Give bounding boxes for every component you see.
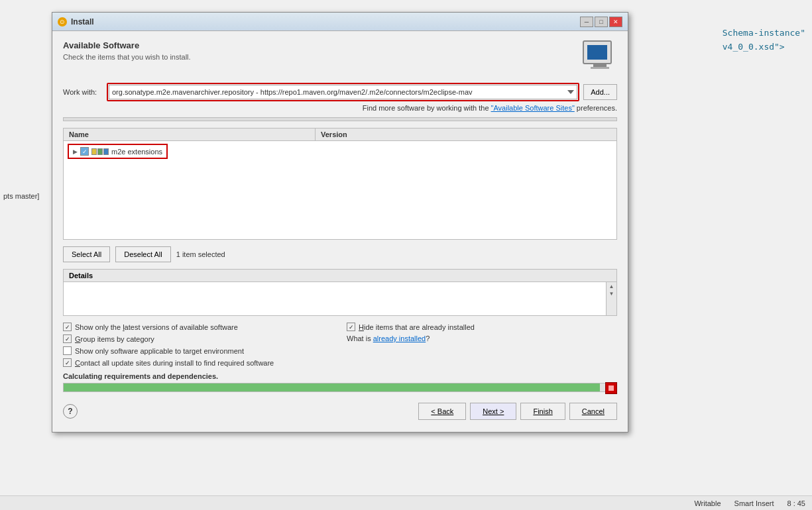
close-button[interactable]: ✕ [609,17,622,27]
option-target-env: Show only software applicable to target … [63,346,333,355]
ide-status-bar: Writable Smart Insert 8 : 45 [0,495,812,510]
option-cb-target-env[interactable] [63,346,72,355]
progress-stop-button[interactable] [605,382,617,394]
details-scrollbar[interactable]: ▲ ▼ [606,282,616,315]
work-with-dropdown[interactable]: org.sonatype.m2e.mavenarchiver.repositor… [109,85,577,99]
item-checkbox[interactable]: ✓ [80,147,89,156]
ide-left-label: pts master] [3,192,39,200]
cancel-button[interactable]: Cancel [569,403,617,420]
ide-right-code: Schema-instance" v4_0_0.xsd"> [723,26,805,54]
stop-icon [609,385,614,391]
status-writable: Writable [694,499,721,507]
details-content [64,282,606,315]
work-with-label: Work with: [63,88,103,96]
cancel-label: Cancel [582,407,605,415]
back-button[interactable]: < Back [418,403,466,420]
maximize-button[interactable]: □ [595,17,608,27]
title-bar-left: ⊙ Install [58,17,94,26]
monitor-stand [591,67,609,69]
table-body: ▶ ✓ m2e extensions [63,140,617,240]
work-with-dropdown-container: org.sonatype.m2e.mavenarchiver.repositor… [107,83,579,101]
status-text: Calculating requirements and dependencie… [63,372,617,380]
install-dialog: ⊙ Install ─ □ ✕ Available Software Check… [52,12,628,433]
find-more-link: Find more software by working with the "… [63,104,617,112]
dialog-header: Available Software Check the items that … [63,40,617,75]
next-button[interactable]: Next > [470,403,516,420]
minimize-button[interactable]: ─ [580,17,593,27]
dialog-footer: ? < Back Next > Finish Cancel [63,397,617,423]
options-col-left: Show only the latest versions of availab… [63,323,333,367]
progress-bar-container [63,383,617,392]
option-what-installed: What is already installed? [347,334,617,342]
option-hide-installed-label: Hide items that are already installed [359,323,475,331]
monitor-screen [587,45,607,60]
option-cb-hide-installed[interactable] [347,323,355,331]
selection-count: 1 item selected [176,250,225,258]
col-version-header: Version [316,128,616,140]
option-group-category-label: Group items by category [75,335,154,343]
available-software-title: Available Software [63,40,191,50]
title-bar-controls: ─ □ ✕ [580,17,622,27]
status-position: 8 : 45 [787,499,805,507]
option-cb-show-latest[interactable] [63,323,72,331]
options-col-right: Hide items that are already installed Wh… [347,323,617,367]
item-icon [91,148,109,155]
available-software-sites-link[interactable]: "Available Software Sites" [491,104,575,112]
details-section: Details ▲ ▼ [63,269,617,316]
expand-arrow[interactable]: ▶ [73,148,78,155]
option-contact-sites: Contact all update sites during install … [63,358,333,367]
icon-square-1 [91,148,97,155]
footer-buttons: < Back Next > Finish Cancel [418,403,617,420]
finish-button[interactable]: Finish [520,403,565,420]
status-smart-insert: Smart Insert [734,499,774,507]
details-body: ▲ ▼ [64,282,616,315]
item-label: m2e extensions [111,148,162,156]
option-group-category: Group items by category [63,334,333,343]
column-headers: Name Version [63,128,617,140]
option-target-env-label: Show only software applicable to target … [75,347,244,355]
status-section: Calculating requirements and dependencie… [63,372,617,392]
option-hide-installed: Hide items that are already installed [347,323,617,331]
option-what-installed-text: What is already installed? [347,334,430,342]
dialog-content: Available Software Check the items that … [52,31,628,432]
work-with-row: Work with: org.sonatype.m2e.mavenarchive… [63,83,617,101]
top-progress-bar [63,117,617,121]
select-row: Select All Deselect All 1 item selected [63,246,617,262]
dialog-header-left: Available Software Check the items that … [63,40,191,61]
scroll-down-arrow[interactable]: ▼ [609,291,614,297]
icon-square-3 [103,148,109,155]
back-label: < Back [431,407,453,415]
dialog-icon: ⊙ [58,17,67,26]
dialog-title: Install [71,17,94,26]
option-show-latest-label: Show only the latest versions of availab… [75,323,238,331]
table-row: ▶ ✓ m2e extensions [68,144,168,159]
option-cb-contact-sites[interactable] [63,358,72,367]
select-all-button[interactable]: Select All [63,246,110,262]
option-show-latest: Show only the latest versions of availab… [63,323,333,331]
available-software-subtitle: Check the items that you wish to install… [63,53,191,61]
option-contact-sites-label: Contact all update sites during install … [75,359,274,367]
icon-square-2 [97,148,103,155]
title-bar: ⊙ Install ─ □ ✕ [52,13,628,31]
details-header: Details [64,270,616,282]
options-section: Show only the latest versions of availab… [63,323,617,367]
monitor-icon [583,40,612,64]
col-name-header: Name [64,128,316,140]
finish-label: Finish [533,407,552,415]
scroll-up-arrow[interactable]: ▲ [609,283,614,289]
next-label: Next > [483,407,504,415]
eclipse-icon [583,40,617,75]
add-button[interactable]: Add... [583,84,617,100]
already-installed-link[interactable]: already installed [373,334,426,342]
progress-bar-fill [64,383,600,391]
option-cb-group-category[interactable] [63,334,72,343]
help-button[interactable]: ? [63,404,78,419]
deselect-all-button[interactable]: Deselect All [115,246,170,262]
